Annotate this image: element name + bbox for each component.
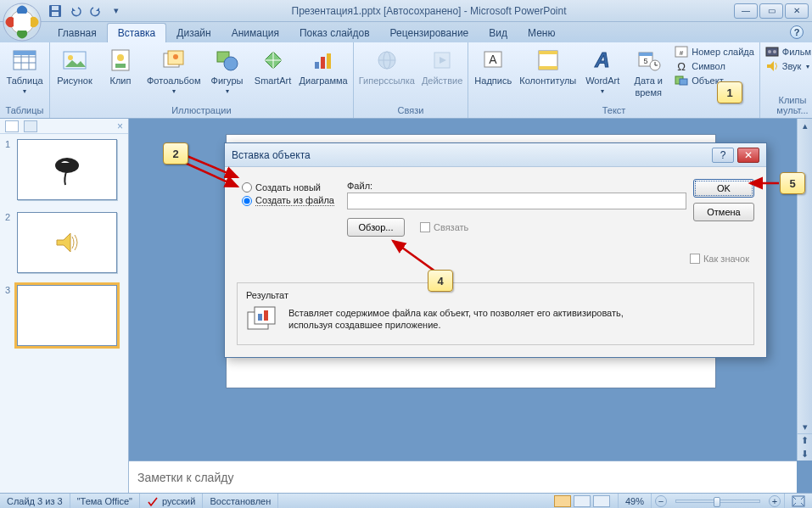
zoom-slider[interactable] <box>675 500 760 503</box>
chart-button[interactable]: Диаграмма <box>300 45 348 86</box>
window-controls: ― ▭ ✕ <box>734 3 809 19</box>
as-icon-checkbox[interactable]: Как значок <box>690 254 749 264</box>
hyperlink-button: Гиперссылка <box>359 45 415 86</box>
shapes-icon <box>214 47 241 74</box>
undo-icon[interactable] <box>68 3 83 19</box>
slidenumber-label: Номер слайда <box>692 47 754 57</box>
tab-insert[interactable]: Вставка <box>107 23 167 42</box>
prev-slide-icon[interactable]: ⬆ <box>798 433 812 447</box>
zoom-level[interactable]: 49% <box>619 494 652 508</box>
minimize-button[interactable]: ― <box>734 3 758 19</box>
close-button[interactable]: ✕ <box>785 3 809 19</box>
chart-icon <box>310 47 337 74</box>
svg-text:Ω: Ω <box>677 60 686 73</box>
slideshow-view-button[interactable] <box>593 495 610 507</box>
scroll-down-icon[interactable]: ▾ <box>798 420 812 433</box>
radio-group: Создать новый Создать из файла <box>242 182 334 209</box>
tab-view[interactable]: Вид <box>479 24 518 42</box>
dropdown-icon: ▾ <box>601 87 604 95</box>
group-tables: Таблица▾ Таблицы <box>0 42 50 118</box>
radio-create-new[interactable]: Создать новый <box>242 182 334 193</box>
headerfooter-label: Колонтитулы <box>519 75 576 86</box>
album-button[interactable]: Фотоальбом▾ <box>147 45 201 95</box>
dialog-close-icon[interactable]: ✕ <box>737 148 759 163</box>
tab-home[interactable]: Главная <box>48 24 107 42</box>
group-links-label: Связи <box>359 103 463 117</box>
notes-placeholder: Заметки к слайду <box>137 471 233 484</box>
slidenumber-button[interactable]: #Номер слайда <box>675 45 754 59</box>
radio-create-from-file[interactable]: Создать из файла <box>242 195 334 206</box>
slide-panel: × 1 2 3 <box>0 119 129 493</box>
sorter-view-button[interactable] <box>574 495 591 507</box>
next-slide-icon[interactable]: ⬇ <box>798 447 812 461</box>
hyperlink-label: Гиперссылка <box>359 75 415 86</box>
normal-view-button[interactable] <box>554 495 571 507</box>
svg-text:5: 5 <box>644 57 648 65</box>
view-buttons <box>546 494 619 508</box>
datetime-button[interactable]: 5Дата ивремя <box>629 45 668 98</box>
outline-tab-icon[interactable] <box>24 120 37 132</box>
slides-tab-icon[interactable] <box>5 120 19 132</box>
tab-review[interactable]: Рецензирование <box>380 24 479 42</box>
save-icon[interactable] <box>48 3 63 19</box>
wordart-button[interactable]: AWordArt▾ <box>583 45 622 95</box>
movie-button[interactable]: Фильм▾ <box>765 45 812 59</box>
scroll-up-icon[interactable]: ▴ <box>798 119 812 132</box>
headerfooter-button[interactable]: Колонтитулы <box>519 45 576 86</box>
titlebar: ▾ Презентация1.pptx [Автосохранено] - Mi… <box>0 0 812 22</box>
notes-pane[interactable]: Заметки к слайду <box>129 461 797 493</box>
textbox-button[interactable]: AНадпись <box>473 45 512 86</box>
help-icon[interactable]: ? <box>790 25 804 39</box>
qat-customize-icon[interactable]: ▾ <box>109 3 124 19</box>
shapes-button[interactable]: Фигуры▾ <box>208 45 247 95</box>
sound-button[interactable]: Звук▾ <box>765 59 810 73</box>
symbol-button[interactable]: ΩСимвол <box>675 59 725 73</box>
smartart-button[interactable]: SmartArt <box>254 45 293 86</box>
datetime-icon: 5 <box>635 47 662 74</box>
redo-icon[interactable] <box>88 3 104 19</box>
callout-4: 4 <box>428 270 453 292</box>
tab-design[interactable]: Дизайн <box>166 24 221 42</box>
group-illustrations-label: Иллюстрации <box>55 103 348 117</box>
status-lang[interactable]: русский <box>140 494 203 508</box>
dialog-titlebar: Вставка объекта ? ✕ <box>225 143 766 167</box>
svg-rect-15 <box>115 64 126 68</box>
panel-close-icon[interactable]: × <box>117 120 123 132</box>
zoom-out-icon[interactable]: − <box>655 495 667 507</box>
slide-thumb-2[interactable]: 2 <box>5 212 123 273</box>
cancel-button[interactable]: Отмена <box>693 203 754 221</box>
link-checkbox[interactable]: Связать <box>420 222 468 232</box>
clip-icon <box>107 47 134 74</box>
tab-slideshow[interactable]: Показ слайдов <box>289 24 380 42</box>
maximize-button[interactable]: ▭ <box>759 3 783 19</box>
slide-num: 3 <box>5 285 14 346</box>
file-path-input[interactable] <box>347 193 686 209</box>
slide-thumb-1[interactable]: 1 <box>5 139 123 200</box>
browse-button[interactable]: Обзор... <box>347 218 405 237</box>
radio-file-label: Создать из файла <box>255 195 334 206</box>
tab-animation[interactable]: Анимация <box>221 24 289 42</box>
group-links: Гиперссылка Действие Связи <box>354 42 469 118</box>
smartart-label: SmartArt <box>255 75 291 86</box>
ok-button[interactable]: OK <box>693 179 754 198</box>
slide-thumb-3[interactable]: 3 <box>5 285 123 346</box>
callout-1: 1 <box>717 81 742 103</box>
slide-num: 1 <box>5 139 14 200</box>
zoom-in-icon[interactable]: + <box>769 495 781 507</box>
office-button[interactable] <box>0 0 44 44</box>
dialog-title: Вставка объекта <box>232 149 311 161</box>
dialog-help-icon[interactable]: ? <box>712 148 734 163</box>
slide-thumbnails: 1 2 3 <box>0 134 128 493</box>
headerfooter-icon <box>535 47 562 74</box>
svg-rect-22 <box>321 57 325 69</box>
vertical-scrollbar[interactable]: ▴ ▾ ⬆ ⬇ <box>797 119 812 461</box>
table-button[interactable]: Таблица▾ <box>5 45 44 95</box>
picture-icon <box>61 47 88 74</box>
fit-to-window-button[interactable] <box>785 494 812 508</box>
picture-button[interactable]: Рисунок <box>55 45 94 86</box>
callout-5: 5 <box>780 172 805 194</box>
tab-menu[interactable]: Меню <box>518 24 565 42</box>
ribbon: Таблица▾ Таблицы Рисунок Клип Фотоальбом… <box>0 42 812 119</box>
clip-button[interactable]: Клип <box>101 45 140 86</box>
hyperlink-icon <box>373 47 400 74</box>
